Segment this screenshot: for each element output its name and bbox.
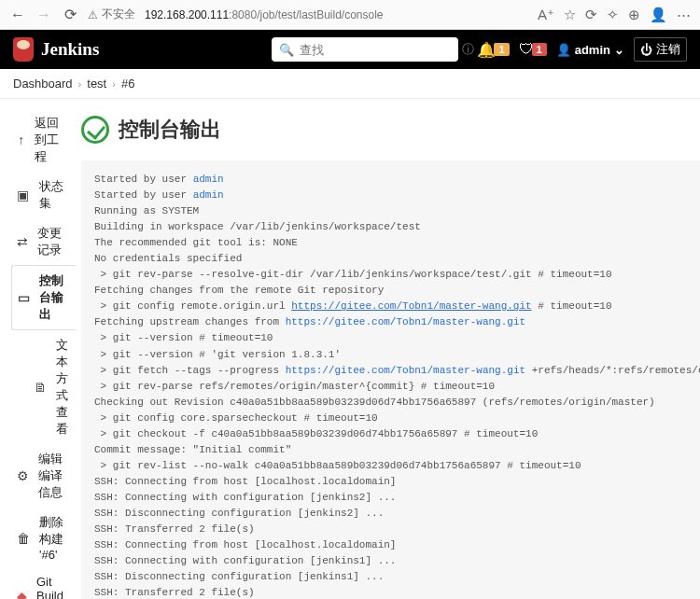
refresh-button[interactable]: ⟳ [62,6,78,23]
header-icons: 🔔 1 🛡 1 👤 admin ⌄ ⏻ 注销 [477,37,687,62]
more-icon[interactable]: ⋯ [677,7,691,23]
logout-button[interactable]: ⏻ 注销 [634,37,687,62]
success-icon [81,116,109,144]
console-line: No credentials specified [94,251,700,267]
console-line: SSH: Transferred 2 file(s) [94,585,700,599]
jenkins-logo-icon [13,37,34,62]
warning-icon: ⚠ [88,8,98,21]
jenkins-header: Jenkins 🔍 ⓘ 🔔 1 🛡 1 👤 admin ⌄ ⏻ 注销 [0,30,700,69]
console-output: Started by user adminStarted by user adm… [81,160,700,599]
console-line: > git checkout -f c40a0a51bb8aa589b03239… [94,426,700,442]
sidebar-item-changes[interactable]: ⇄变更记录 [11,218,76,265]
arrow-up-icon: ↑ [17,132,25,147]
console-line: Fetching changes from the remote Git rep… [94,283,700,299]
url-port: :8080 [229,8,257,21]
git-icon: ◆ [17,589,27,600]
console-line: > git rev-parse --resolve-git-dir /var/l… [94,267,700,283]
sidebar-item-back-to-project[interactable]: ↑返回到工程 [11,108,76,172]
sidebar-item-status[interactable]: ▣状态集 [11,172,76,218]
forward-button[interactable]: → [35,7,52,23]
console-line: > git fetch --tags --progress https://gi… [94,363,700,379]
sidebar-item-label: Git Build Data [36,575,70,599]
console-line: SSH: Disconnecting configuration [jenkin… [94,506,700,522]
console-link[interactable]: admin [193,189,224,201]
sidebar-item-plain-text[interactable]: 🗎文本方式查看 [11,330,76,444]
favorite-icon[interactable]: ☆ [564,7,576,23]
profile-icon[interactable]: 👤 [650,7,667,23]
title-row: 控制台输出 [81,116,700,144]
jenkins-logo[interactable]: Jenkins [13,37,99,62]
chevron-right-icon: › [112,78,116,90]
url-path: /job/test/lastBuild/console [257,8,383,21]
user-menu[interactable]: 👤 admin ⌄ [556,43,624,57]
security-count: 1 [532,43,547,56]
terminal-icon: ▭ [18,290,30,305]
page-title: 控制台输出 [119,116,221,144]
address-bar[interactable]: 192.168.200.111:8080/job/test/lastBuild/… [145,8,528,21]
sync-icon[interactable]: ⟳ [585,7,597,23]
sidebar-item-delete-build[interactable]: 🗑删除构建 '#6' [11,508,76,568]
breadcrumb-item[interactable]: test [87,77,106,91]
sidebar-item-label: 文本方式查看 [56,337,70,438]
main: ↑返回到工程 ▣状态集 ⇄变更记录 ▭控制台输出 🗎文本方式查看 ⚙编辑编译信息… [0,99,700,599]
console-link[interactable]: admin [193,174,224,185]
console-line: Started by user admin [94,188,700,203]
sidebar-item-edit-build-info[interactable]: ⚙编辑编译信息 [11,444,76,508]
trash-icon: 🗑 [17,531,30,546]
console-link[interactable]: https://gitee.com/Tobn1/master-wang.git [286,365,525,376]
username: admin [575,43,610,57]
console-line: > git rev-list --no-walk c40a0a51bb8aa58… [94,458,700,474]
sidebar-item-label: 变更记录 [37,225,70,258]
console-line: The recommended git tool is: NONE [94,235,700,251]
insecure-badge[interactable]: ⚠ 不安全 [88,7,135,22]
chevron-down-icon: ⌄ [614,43,624,57]
console-line: SSH: Connecting from host [localhost.loc… [94,537,700,553]
console-line: Checking out Revision c40a0a51bb8aa589b0… [94,395,700,411]
read-aloud-icon[interactable]: A⁺ [538,7,554,23]
console-line: SSH: Disconnecting configuration [jenkin… [94,569,700,585]
logout-label: 注销 [656,41,680,58]
bell-icon: 🔔 [477,41,496,59]
insecure-label: 不安全 [102,7,135,22]
console-line: Started by user admin [94,172,700,188]
console-line: > git rev-parse refs/remotes/origin/mast… [94,379,700,395]
notifications-button[interactable]: 🔔 1 [477,41,509,59]
changes-icon: ⇄ [17,234,28,249]
console-line: SSH: Connecting with configuration [jenk… [94,553,700,569]
search-box[interactable]: 🔍 ⓘ [272,37,458,62]
search-input[interactable] [300,43,456,57]
search-icon: 🔍 [279,43,294,57]
brand-text: Jenkins [41,39,99,60]
breadcrumb-item[interactable]: #6 [121,77,134,91]
sidebar-item-label: 编辑编译信息 [38,451,70,501]
notification-count: 1 [494,43,509,56]
search-help-icon[interactable]: ⓘ [462,41,474,58]
sidebar-item-label: 控制台输出 [39,272,70,323]
logout-icon: ⏻ [640,43,652,57]
breadcrumb-item[interactable]: Dashboard [13,77,73,91]
console-line: SSH: Transferred 2 file(s) [94,522,700,537]
chevron-right-icon: › [78,78,82,90]
extensions-icon[interactable]: ⊕ [628,7,640,23]
console-line: Building in workspace /var/lib/jenkins/w… [94,219,700,235]
status-icon: ▣ [17,188,30,202]
collections-icon[interactable]: ✧ [607,7,619,23]
content: 控制台输出 Started by user adminStarted by us… [76,99,700,599]
breadcrumb: Dashboard › test › #6 [0,69,700,99]
console-line: Running as SYSTEM [94,203,700,219]
sidebar-item-label: 返回到工程 [35,115,70,165]
back-button[interactable]: ← [9,7,26,23]
console-link[interactable]: https://gitee.com/Tobn1/master-wang.git [286,316,525,327]
console-line: > git --version # 'git version 1.8.3.1' [94,347,700,363]
sidebar-item-console-output[interactable]: ▭控制台输出 [11,265,76,330]
sidebar-item-git-build-data[interactable]: ◆Git Build Data [11,568,76,599]
url-host: 192.168.200.111 [145,8,229,21]
console-link[interactable]: https://gitee.com/Tobn1/master-wang.git [291,300,531,312]
console-line: SSH: Connecting with configuration [jenk… [94,490,700,506]
browser-toolbar: ← → ⟳ ⚠ 不安全 192.168.200.111:8080/job/tes… [0,0,700,30]
console-line: > git config core.sparsecheckout # timeo… [94,411,700,426]
console-line: > git config remote.origin.url https://g… [94,299,700,314]
security-button[interactable]: 🛡 1 [519,41,547,58]
sidebar: ↑返回到工程 ▣状态集 ⇄变更记录 ▭控制台输出 🗎文本方式查看 ⚙编辑编译信息… [0,99,76,599]
sidebar-item-label: 删除构建 '#6' [39,514,70,562]
